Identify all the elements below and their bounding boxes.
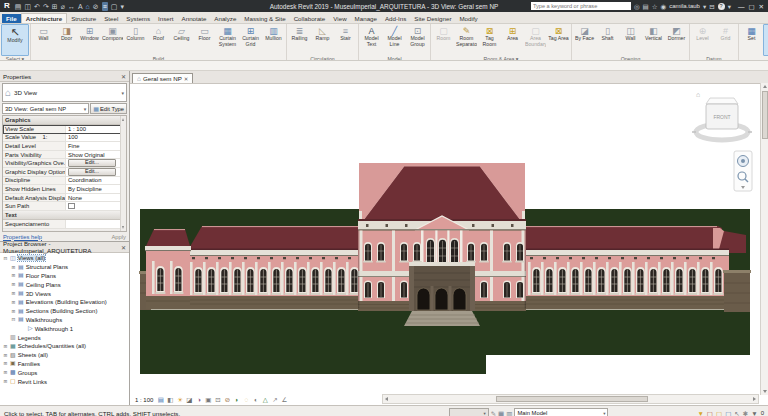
editable-only-icon[interactable]: ✎: [491, 409, 496, 416]
navigation-bar[interactable]: [734, 151, 752, 191]
stair-button[interactable]: ≡Stair: [334, 24, 357, 56]
tree-expand-icon[interactable]: ⊞: [11, 309, 16, 314]
tab-manage[interactable]: Manage: [351, 14, 381, 23]
ramp-button[interactable]: ◺Ramp: [311, 24, 334, 56]
tree-expand-icon[interactable]: ⊞: [3, 370, 8, 375]
property-detail-level[interactable]: Detail Level Fine: [3, 142, 121, 151]
tab-structure[interactable]: Structure: [67, 14, 100, 23]
selection-filter-icon[interactable]: ▼: [697, 409, 703, 416]
save-icon[interactable]: ◫: [24, 2, 31, 11]
property-parts-visibility[interactable]: Parts Visibility Show Original: [3, 151, 121, 160]
filter-icon[interactable]: ▼: [751, 409, 757, 416]
lock-view-icon[interactable]: ⊘: [223, 396, 231, 404]
measure-icon[interactable]: ⌀: [61, 2, 65, 11]
type-selector[interactable]: ⌂ 3D View ▾: [2, 83, 127, 102]
crop-view-icon[interactable]: ▣: [204, 396, 212, 404]
tree-item-revit-links[interactable]: ⊞ ▢ Revit Links: [0, 377, 129, 386]
sun-path-icon[interactable]: ☀: [176, 396, 184, 404]
close-button[interactable]: ✕: [759, 2, 764, 11]
section-icon[interactable]: ⊘: [93, 2, 99, 11]
tree-expand-icon[interactable]: ⊞: [11, 265, 16, 270]
property-section-extents[interactable]: Extents: [3, 229, 121, 232]
shadows-icon[interactable]: ◪: [185, 396, 193, 404]
tab-modify[interactable]: Modify: [455, 14, 481, 23]
model-line-button[interactable]: ╱Model Line: [383, 24, 406, 56]
property-sun-path[interactable]: Sun Path: [3, 202, 121, 211]
model-text-button[interactable]: AModel Text: [360, 24, 383, 56]
area-boundary-button[interactable]: ▢Area Boundary: [524, 24, 547, 56]
mullion-button[interactable]: ▥Mullion: [262, 24, 285, 56]
property-sequenciamento[interactable]: Sequenciamento: [3, 220, 121, 229]
thin-lines-icon[interactable]: ≡: [102, 2, 108, 11]
properties-close-icon[interactable]: ✕: [121, 73, 126, 80]
vertical-scrollbar[interactable]: [760, 83, 768, 395]
viewcube-home-icon[interactable]: ⌂: [696, 91, 700, 98]
grid-button[interactable]: #Grid: [714, 24, 737, 56]
property-default-analysis-display[interactable]: Default Analysis Displa... None: [3, 194, 121, 203]
default-3d-view-icon[interactable]: ⌂: [86, 2, 90, 11]
wall-opening-button[interactable]: ◫Wall: [619, 24, 642, 56]
ceiling-button[interactable]: ▱Ceiling: [170, 24, 193, 56]
rendering-dialog-icon[interactable]: ◑: [195, 396, 203, 404]
tree-item-3d-views[interactable]: ⊞ ▤ 3D Views: [0, 289, 129, 298]
level-button[interactable]: ⊕Level: [691, 24, 714, 56]
tree-item-sections[interactable]: ⊞ ▤ Sections (Building Section): [0, 307, 129, 316]
tree-expand-icon[interactable]: ⊞: [3, 379, 8, 384]
roof-button[interactable]: ⌂Roof: [147, 24, 170, 56]
tree-item-groups[interactable]: ⊞ ▩ Groups: [0, 368, 129, 377]
type-selector-caret-icon[interactable]: ▾: [121, 90, 124, 96]
tree-item-views-all[interactable]: ⊟ ◫ Views (all): [0, 254, 129, 263]
tab-annotate[interactable]: Annotate: [178, 14, 211, 23]
instance-selector-caret-icon[interactable]: ▾: [84, 106, 87, 112]
tree-expand-icon[interactable]: ⊞: [11, 291, 16, 296]
wall-button[interactable]: ▭Wall: [32, 24, 55, 56]
property-graphic-display-options[interactable]: Graphic Display Options Edit...: [3, 168, 121, 177]
tree-item-sheets[interactable]: ⊞ ▧ Sheets (all): [0, 351, 129, 360]
help-icon[interactable]: ?: [718, 3, 725, 10]
tree-expand-icon[interactable]: ⊞: [3, 344, 8, 349]
text-icon[interactable]: A: [78, 2, 83, 11]
component-button[interactable]: ▣Component: [101, 24, 124, 56]
dormer-button[interactable]: ◩Dormer: [665, 24, 688, 56]
analytical-model-icon[interactable]: △: [261, 396, 269, 404]
tree-item-floor-plans[interactable]: ⊞ ▤ Floor Plans: [0, 272, 129, 281]
property-show-hidden-lines[interactable]: Show Hidden Lines By Discipline: [3, 185, 121, 194]
view-scale-control[interactable]: 1 : 100: [135, 397, 153, 403]
tab-add-ins[interactable]: Add-Ins: [381, 14, 410, 23]
vertical-opening-button[interactable]: ◧Vertical: [642, 24, 665, 56]
tree-item-legends[interactable]: ▥ Legends: [0, 333, 129, 342]
property-discipline[interactable]: Discipline Coordination: [3, 177, 121, 186]
tree-item-elevations[interactable]: ⊞ ▤ Elevations (Building Elevation): [0, 298, 129, 307]
visual-style-icon[interactable]: ◧: [166, 396, 174, 404]
property-view-scale[interactable]: View Scale 1 : 100: [3, 125, 121, 134]
edit-type-button[interactable]: ▦ Edit Type: [90, 103, 127, 114]
apply-button[interactable]: Apply: [111, 234, 126, 240]
property-section-graphics[interactable]: Graphics: [3, 116, 121, 125]
qat-customize-icon[interactable]: ▾: [120, 2, 124, 11]
drag-elements-icon[interactable]: ✱: [743, 409, 748, 416]
design-options-icon[interactable]: ▥: [506, 409, 512, 416]
aligned-dimension-icon[interactable]: ↔: [68, 2, 75, 11]
show-work-plane-button[interactable]: ▦Show: [763, 24, 768, 56]
reveal-hidden-icon[interactable]: ◌: [242, 396, 250, 404]
curtain-grid-button[interactable]: ⊞Curtain Grid: [239, 24, 262, 56]
select-links-icon[interactable]: ▢: [707, 409, 713, 416]
tree-item-walkthroughs[interactable]: ⊟ ▤ Walkthroughs: [0, 316, 129, 325]
tree-item-ceiling-plans[interactable]: ⊞ ▤ Ceiling Plans: [0, 280, 129, 289]
tab-insert[interactable]: Insert: [154, 14, 177, 23]
constraints-icon[interactable]: ∠: [280, 396, 288, 404]
crop-region-icon[interactable]: ⊡: [214, 396, 222, 404]
switch-windows-icon[interactable]: ▢: [111, 2, 118, 11]
worksets-icon[interactable]: ▦: [498, 409, 504, 416]
select-pinned-icon[interactable]: ▢: [725, 409, 731, 416]
user-name[interactable]: camila.taub: [669, 3, 700, 9]
search-input[interactable]: [531, 2, 631, 10]
properties-header[interactable]: Properties ✕: [0, 71, 129, 82]
undo-icon[interactable]: ↶: [34, 2, 40, 11]
tree-item-families[interactable]: ⊞ ▣ Families: [0, 360, 129, 369]
floor-button[interactable]: ▭Floor: [193, 24, 216, 56]
tree-expand-icon[interactable]: ⊞: [3, 361, 8, 366]
room-button[interactable]: ▢Room: [432, 24, 455, 56]
active-workset-dropdown[interactable]: ▾: [449, 408, 489, 416]
shaft-button[interactable]: ▯Shaft: [596, 24, 619, 56]
